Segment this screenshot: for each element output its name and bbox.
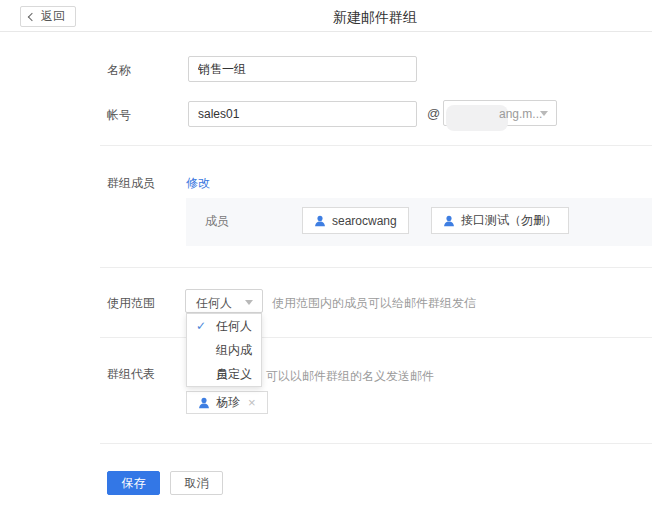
- scope-hint: 使用范围内的成员可以给邮件群组发信: [272, 295, 476, 312]
- back-button[interactable]: 返回: [20, 6, 76, 27]
- person-icon: [443, 215, 455, 227]
- members-panel: 成员 searocwang 接口测试（勿删）: [186, 198, 652, 246]
- name-input[interactable]: [188, 56, 417, 82]
- back-chevron-icon: [28, 12, 36, 20]
- member-chip-label: searocwang: [332, 214, 397, 228]
- check-icon: ✓: [196, 314, 206, 338]
- group-members-label: 群组成员: [107, 175, 155, 192]
- page-title: 新建邮件群组: [333, 9, 417, 27]
- member-chip[interactable]: 接口测试（勿删）: [431, 207, 569, 234]
- members-row-label: 成员: [205, 213, 229, 230]
- account-input[interactable]: [188, 101, 417, 127]
- modify-members-link[interactable]: 修改: [186, 175, 210, 192]
- scope-option-label: 自定义: [216, 367, 252, 381]
- account-label: 帐号: [107, 107, 131, 124]
- topbar: 返回 新建邮件群组: [0, 0, 652, 32]
- chevron-down-icon: [540, 111, 548, 116]
- divider: [100, 337, 652, 338]
- member-chip-label: 接口测试（勿删）: [461, 212, 557, 229]
- save-button[interactable]: 保存: [107, 471, 160, 495]
- chevron-down-icon: [245, 300, 253, 305]
- scope-select[interactable]: 任何人: [185, 289, 263, 313]
- create-mail-group-page: 返回 新建邮件群组 名称 帐号 @ ang.m... 群组成员 修改 成员 se…: [0, 0, 652, 514]
- person-icon: [198, 397, 210, 409]
- remove-icon[interactable]: ×: [248, 395, 256, 410]
- domain-text: ang.m...: [499, 107, 542, 121]
- divider: [100, 267, 652, 268]
- name-label: 名称: [107, 62, 131, 79]
- representative-chip-label: 杨珍: [216, 394, 240, 411]
- scope-option-group-members[interactable]: 组内成员: [187, 338, 261, 362]
- back-button-label: 返回: [41, 8, 65, 25]
- cancel-button[interactable]: 取消: [170, 471, 223, 495]
- representative-hint: 可以以邮件群组的名义发送邮件: [266, 368, 434, 385]
- scope-dropdown-menu: ✓ 任何人 组内成员 自定义: [186, 313, 262, 387]
- domain-select[interactable]: ang.m...: [443, 100, 557, 126]
- scope-option-label: 任何人: [216, 319, 252, 333]
- person-icon: [314, 215, 326, 227]
- scope-label: 使用范围: [107, 295, 155, 312]
- scope-option-custom[interactable]: 自定义: [187, 362, 261, 386]
- divider: [100, 145, 652, 146]
- at-sign: @: [427, 106, 440, 121]
- scope-selected-value: 任何人: [196, 295, 232, 312]
- member-chip[interactable]: searocwang: [302, 207, 409, 234]
- scope-option-anyone[interactable]: ✓ 任何人: [187, 314, 261, 338]
- divider: [100, 443, 652, 444]
- representative-chip[interactable]: 杨珍 ×: [186, 391, 268, 414]
- representative-label: 群组代表: [107, 366, 155, 383]
